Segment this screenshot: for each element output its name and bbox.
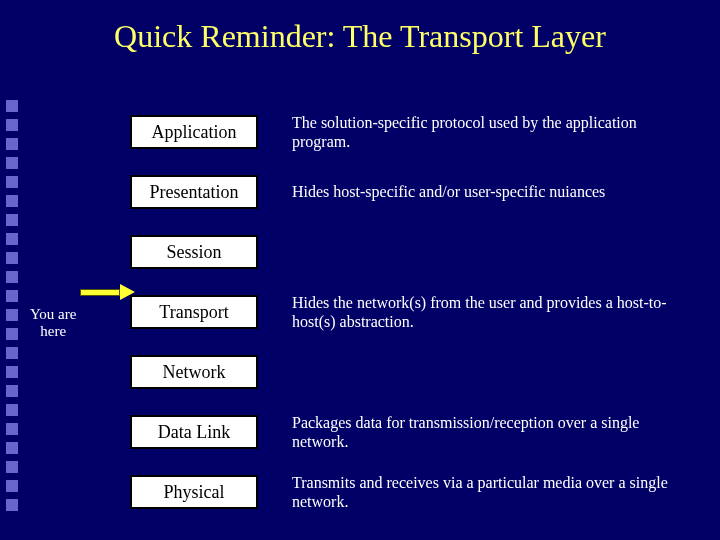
layer-box-physical: Physical bbox=[130, 475, 258, 509]
layer-row-datalink: Data Link Packages data for transmission… bbox=[130, 412, 672, 452]
layers-table: Application The solution-specific protoc… bbox=[130, 112, 672, 532]
layer-row-session: Session bbox=[130, 232, 672, 272]
layer-box-session: Session bbox=[130, 235, 258, 269]
pointer-label-line2: here bbox=[30, 323, 76, 340]
layer-row-transport: Transport Hides the network(s) from the … bbox=[130, 292, 672, 332]
layer-row-presentation: Presentation Hides host-specific and/or … bbox=[130, 172, 672, 212]
layer-box-network: Network bbox=[130, 355, 258, 389]
layer-box-application: Application bbox=[130, 115, 258, 149]
decorative-bullets bbox=[6, 100, 18, 518]
layer-row-application: Application The solution-specific protoc… bbox=[130, 112, 672, 152]
layer-desc-application: The solution-specific protocol used by t… bbox=[292, 113, 672, 151]
layer-desc-physical: Transmits and receives via a particular … bbox=[292, 473, 672, 511]
layer-box-presentation: Presentation bbox=[130, 175, 258, 209]
layer-row-network: Network bbox=[130, 352, 672, 392]
pointer-label-line1: You are bbox=[30, 306, 76, 323]
slide-title: Quick Reminder: The Transport Layer bbox=[0, 0, 720, 65]
you-are-here-pointer: You are here bbox=[30, 306, 76, 339]
layer-box-datalink: Data Link bbox=[130, 415, 258, 449]
layer-box-transport: Transport bbox=[130, 295, 258, 329]
layer-desc-datalink: Packages data for transmission/reception… bbox=[292, 413, 672, 451]
layer-row-physical: Physical Transmits and receives via a pa… bbox=[130, 472, 672, 512]
layer-desc-presentation: Hides host-specific and/or user-specific… bbox=[292, 182, 605, 201]
layer-desc-transport: Hides the network(s) from the user and p… bbox=[292, 293, 672, 331]
